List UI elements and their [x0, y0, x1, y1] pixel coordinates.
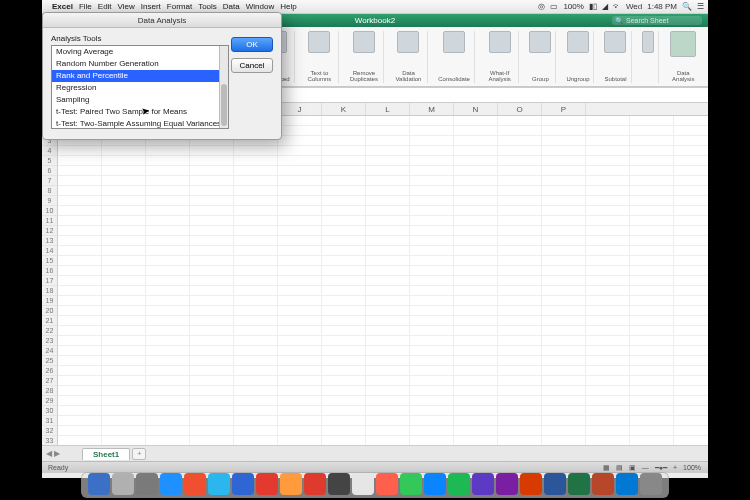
- cell[interactable]: [410, 296, 454, 306]
- cell[interactable]: [58, 346, 102, 356]
- analysis-tool-item[interactable]: Sampling: [52, 94, 228, 106]
- row-header[interactable]: 29: [42, 396, 58, 406]
- cell[interactable]: [542, 156, 586, 166]
- cell[interactable]: [586, 366, 630, 376]
- cell[interactable]: [630, 216, 674, 226]
- cell[interactable]: [146, 386, 190, 396]
- row-header[interactable]: 13: [42, 236, 58, 246]
- cell[interactable]: [454, 286, 498, 296]
- cell[interactable]: [674, 306, 708, 316]
- cell[interactable]: [278, 266, 322, 276]
- cell[interactable]: [410, 406, 454, 416]
- cell[interactable]: [674, 126, 708, 136]
- cell[interactable]: [410, 416, 454, 426]
- cell[interactable]: [102, 206, 146, 216]
- zoom-slider[interactable]: ━●━: [654, 464, 668, 472]
- cell[interactable]: [58, 166, 102, 176]
- cell[interactable]: [454, 316, 498, 326]
- cell[interactable]: [630, 286, 674, 296]
- col-header[interactable]: M: [410, 103, 454, 115]
- cell[interactable]: [190, 276, 234, 286]
- cell[interactable]: [366, 196, 410, 206]
- cell[interactable]: [190, 336, 234, 346]
- cell[interactable]: [674, 246, 708, 256]
- cell[interactable]: [58, 186, 102, 196]
- cell[interactable]: [498, 296, 542, 306]
- cell[interactable]: [190, 216, 234, 226]
- cell[interactable]: [58, 256, 102, 266]
- dock-app-icon[interactable]: [160, 473, 182, 495]
- cell[interactable]: [410, 436, 454, 445]
- cell[interactable]: [234, 266, 278, 276]
- cell[interactable]: [102, 176, 146, 186]
- cell[interactable]: [410, 346, 454, 356]
- cell[interactable]: [454, 246, 498, 256]
- cell[interactable]: [410, 126, 454, 136]
- cell[interactable]: [630, 356, 674, 366]
- cell[interactable]: [586, 246, 630, 256]
- cell[interactable]: [674, 356, 708, 366]
- cell[interactable]: [498, 206, 542, 216]
- cell[interactable]: [542, 116, 586, 126]
- cancel-button[interactable]: Cancel: [231, 58, 273, 73]
- dock-app-icon[interactable]: [640, 473, 662, 495]
- row-header[interactable]: 21: [42, 316, 58, 326]
- cell[interactable]: [454, 196, 498, 206]
- cell[interactable]: [630, 416, 674, 426]
- cell[interactable]: [674, 346, 708, 356]
- cell[interactable]: [322, 216, 366, 226]
- cell[interactable]: [630, 426, 674, 436]
- cell[interactable]: [366, 176, 410, 186]
- cell[interactable]: [234, 196, 278, 206]
- cell[interactable]: [586, 416, 630, 426]
- ribbon-data-analysis[interactable]: Data Analysis: [665, 31, 703, 83]
- ribbon-subtotal[interactable]: Subtotal: [600, 31, 631, 83]
- cell[interactable]: [190, 346, 234, 356]
- cell[interactable]: [322, 206, 366, 216]
- cell[interactable]: [190, 416, 234, 426]
- cell[interactable]: [234, 296, 278, 306]
- view-layout-icon[interactable]: ▤: [615, 464, 624, 472]
- cell[interactable]: [630, 406, 674, 416]
- cell[interactable]: [454, 266, 498, 276]
- cell[interactable]: [58, 376, 102, 386]
- cell[interactable]: [366, 276, 410, 286]
- cell[interactable]: [454, 146, 498, 156]
- cell[interactable]: [498, 176, 542, 186]
- cell[interactable]: [102, 336, 146, 346]
- row-header[interactable]: 32: [42, 426, 58, 436]
- cell[interactable]: [674, 436, 708, 445]
- cell[interactable]: [674, 146, 708, 156]
- cell[interactable]: [630, 226, 674, 236]
- cell[interactable]: [542, 316, 586, 326]
- cell[interactable]: [234, 406, 278, 416]
- cell[interactable]: [366, 136, 410, 146]
- cell[interactable]: [234, 376, 278, 386]
- cell[interactable]: [146, 176, 190, 186]
- cell[interactable]: [454, 296, 498, 306]
- cell[interactable]: [190, 426, 234, 436]
- cell[interactable]: [410, 266, 454, 276]
- cell[interactable]: [542, 176, 586, 186]
- cell[interactable]: [366, 336, 410, 346]
- cell[interactable]: [234, 216, 278, 226]
- cell[interactable]: [366, 246, 410, 256]
- row-header[interactable]: 4: [42, 146, 58, 156]
- cell[interactable]: [58, 406, 102, 416]
- cell[interactable]: [234, 436, 278, 445]
- cell[interactable]: [102, 216, 146, 226]
- row-header[interactable]: 26: [42, 366, 58, 376]
- cell[interactable]: [146, 296, 190, 306]
- cell[interactable]: [58, 226, 102, 236]
- cell[interactable]: [58, 426, 102, 436]
- cell[interactable]: [498, 346, 542, 356]
- cell[interactable]: [586, 396, 630, 406]
- cell[interactable]: [454, 276, 498, 286]
- cell[interactable]: [586, 136, 630, 146]
- cell[interactable]: [146, 416, 190, 426]
- cell[interactable]: [586, 256, 630, 266]
- cell[interactable]: [322, 326, 366, 336]
- cell[interactable]: [454, 386, 498, 396]
- menu-edit[interactable]: Edit: [98, 2, 112, 11]
- cell[interactable]: [278, 386, 322, 396]
